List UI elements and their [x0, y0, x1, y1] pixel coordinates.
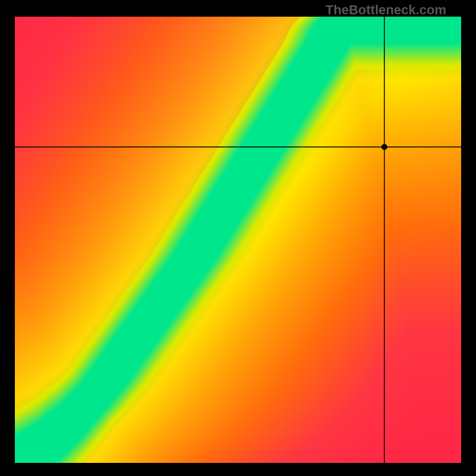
- bottleneck-heatmap: [0, 0, 476, 476]
- watermark-text: TheBottleneck.com: [325, 2, 446, 18]
- chart-container: TheBottleneck.com: [0, 0, 476, 476]
